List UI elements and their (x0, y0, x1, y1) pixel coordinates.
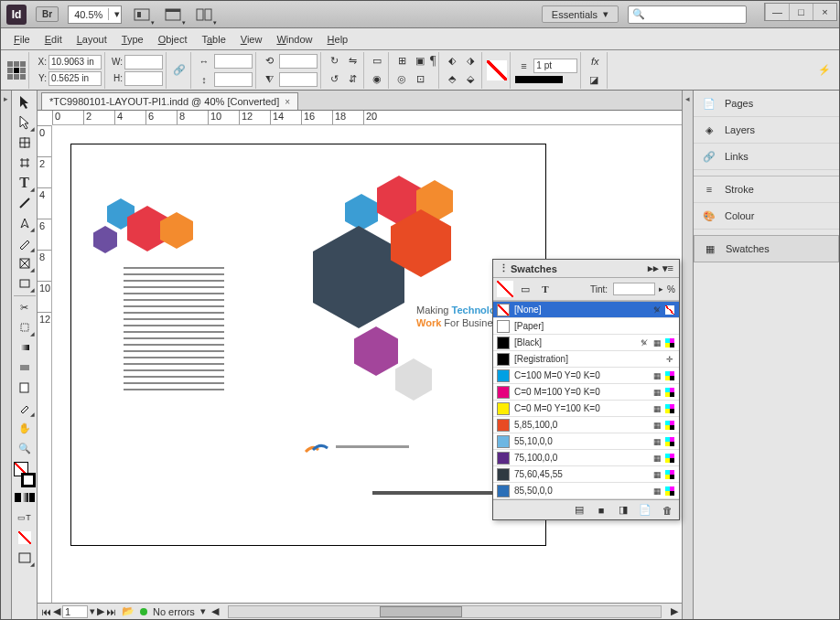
h-input[interactable] (124, 71, 163, 86)
select-content-icon[interactable]: ◉ (369, 71, 385, 88)
align-icon-3[interactable]: ⬘ (444, 71, 460, 88)
new-swatch-icon[interactable]: 📄 (637, 502, 653, 518)
swatch-row[interactable]: C=0 M=100 Y=0 K=0▦ (493, 384, 679, 401)
apply-color-icon[interactable] (14, 487, 36, 508)
stroke-weight-input[interactable] (533, 59, 577, 73)
zoom-level[interactable]: 40.5% ▾ (68, 5, 122, 24)
page-tool[interactable] (14, 133, 36, 153)
zoom-dropdown-icon[interactable]: ▾ (108, 8, 121, 20)
vertical-ruler[interactable]: 024681012 (38, 125, 52, 619)
dock-item-layers[interactable]: ◈Layers (694, 117, 839, 144)
fill-stroke-control[interactable] (14, 462, 36, 487)
arrange-documents-icon[interactable]: ▾ (193, 5, 215, 25)
rotate-input[interactable] (279, 54, 318, 69)
page-number-input[interactable] (62, 605, 88, 618)
zoom-tool[interactable]: 🔍 (14, 438, 36, 458)
constrain-icon[interactable]: 🔗 (171, 62, 188, 79)
fill-swatch[interactable] (487, 60, 507, 80)
right-dock-strip[interactable]: ◂ (682, 91, 693, 619)
drop-shadow-icon[interactable]: ◪ (586, 72, 602, 89)
show-color-swatches-icon[interactable]: ■ (593, 502, 609, 518)
swatch-row[interactable]: [Black]✎̸▦ (493, 335, 679, 351)
fill-frame-icon[interactable]: ▣ (412, 53, 428, 69)
gradient-feather-tool[interactable] (14, 358, 36, 378)
fit-frame-icon[interactable]: ⊡ (412, 71, 428, 88)
pen-tool[interactable]: ◢ (14, 213, 36, 233)
direct-selection-tool[interactable]: ◢ (14, 112, 36, 133)
fill-proxy[interactable] (497, 281, 513, 297)
scale-x-input[interactable] (214, 54, 253, 69)
panel-menu-icon[interactable]: ▾≡ (662, 262, 673, 274)
horizontal-scrollbar[interactable] (228, 605, 662, 618)
swatch-row[interactable]: 55,10,0,0▦ (493, 433, 679, 450)
swatch-row[interactable]: 75,60,45,55▦ (493, 466, 679, 483)
dock-item-links[interactable]: 🔗Links (694, 144, 839, 170)
fit-content-icon[interactable]: ⊞ (393, 53, 410, 69)
last-page-icon[interactable]: ⏭ (106, 606, 116, 617)
align-icon-2[interactable]: ⬗ (462, 53, 479, 69)
left-dock-strip[interactable]: ▸ (1, 91, 12, 619)
menu-window[interactable]: Window (271, 32, 318, 47)
dock-item-colour[interactable]: 🎨Colour (694, 203, 839, 230)
swatch-row[interactable]: C=0 M=0 Y=100 K=0▦ (493, 401, 679, 417)
hand-tool[interactable]: ✋ (14, 418, 36, 438)
view-options-icon[interactable]: ▾ (131, 5, 153, 25)
type-tool[interactable]: T◢ (14, 173, 36, 193)
preflight-label[interactable]: No errors (153, 606, 195, 617)
swatch-row[interactable]: 75,100,0,0▦ (493, 450, 679, 466)
search-input[interactable]: 🔍 (628, 5, 747, 24)
rectangle-tool[interactable]: ◢ (14, 273, 36, 294)
object-formatting-icon[interactable]: ▭ (517, 281, 533, 297)
gap-tool[interactable] (14, 153, 36, 173)
note-tool[interactable] (14, 378, 36, 398)
show-gradient-swatches-icon[interactable]: ◨ (615, 502, 631, 518)
prev-page-icon[interactable]: ◀ (53, 605, 60, 617)
maximize-button[interactable]: □ (789, 4, 813, 20)
free-transform-tool[interactable]: ◢ (14, 317, 36, 337)
flip-h-icon[interactable]: ⇋ (344, 53, 361, 69)
swatch-row[interactable]: [Paper] (493, 318, 679, 335)
first-page-icon[interactable]: ⏮ (41, 606, 51, 617)
effects-icon[interactable]: fx (586, 52, 604, 70)
bridge-button[interactable]: Br (36, 6, 59, 22)
menu-table[interactable]: Table (196, 32, 231, 47)
rectangle-frame-tool[interactable]: ◢ (14, 253, 36, 273)
minimize-button[interactable]: — (765, 4, 789, 20)
open-button-icon[interactable]: 📂 (122, 605, 135, 617)
preflight-dropdown-icon[interactable]: ▾ (200, 605, 206, 617)
formatting-container-icon[interactable]: ▭T (14, 508, 36, 528)
menu-object[interactable]: Object (153, 32, 193, 47)
view-mode-toggle[interactable] (14, 528, 36, 548)
tint-input[interactable] (613, 283, 655, 295)
dock-item-stroke[interactable]: ≡Stroke (694, 176, 839, 203)
menu-file[interactable]: File (8, 32, 36, 47)
swatch-row[interactable]: C=100 M=0 Y=0 K=0▦ (493, 368, 679, 384)
text-formatting-icon[interactable]: T (537, 281, 554, 297)
dock-item-swatches[interactable]: ▦Swatches (694, 235, 839, 262)
panel-grip-icon[interactable]: ⋮ (499, 262, 509, 274)
close-button[interactable]: × (813, 4, 836, 20)
shear-input[interactable] (279, 72, 318, 87)
y-input[interactable] (48, 71, 102, 86)
collapse-icon[interactable]: ▸▸ (648, 262, 659, 274)
x-input[interactable] (48, 55, 102, 69)
scissors-tool[interactable]: ✂ (14, 295, 36, 317)
show-all-swatches-icon[interactable]: ▤ (571, 502, 587, 518)
menu-type[interactable]: Type (116, 32, 149, 47)
flip-v-icon[interactable]: ⇵ (344, 71, 361, 88)
swatch-row[interactable]: 85,50,0,0▦ (493, 483, 679, 499)
swatch-row[interactable]: [Registration]✛ (493, 351, 679, 368)
workspace-switcher[interactable]: Essentials ▾ (542, 5, 619, 23)
gradient-swatch-tool[interactable] (14, 337, 36, 358)
scroll-right-icon[interactable]: ▶ (671, 605, 678, 617)
stroke-style[interactable] (515, 76, 563, 83)
selection-tool[interactable] (14, 92, 36, 112)
align-icon-4[interactable]: ⬙ (462, 71, 479, 88)
line-tool[interactable] (14, 193, 36, 213)
menu-view[interactable]: View (235, 32, 268, 47)
document-tab[interactable]: *TC9980101-LAYOUT-PI1.indd @ 40% [Conver… (41, 92, 298, 110)
w-input[interactable] (124, 55, 163, 69)
next-page-icon[interactable]: ▶ (97, 605, 104, 617)
menu-edit[interactable]: Edit (39, 32, 68, 47)
dock-item-pages[interactable]: 📄Pages (694, 91, 839, 117)
